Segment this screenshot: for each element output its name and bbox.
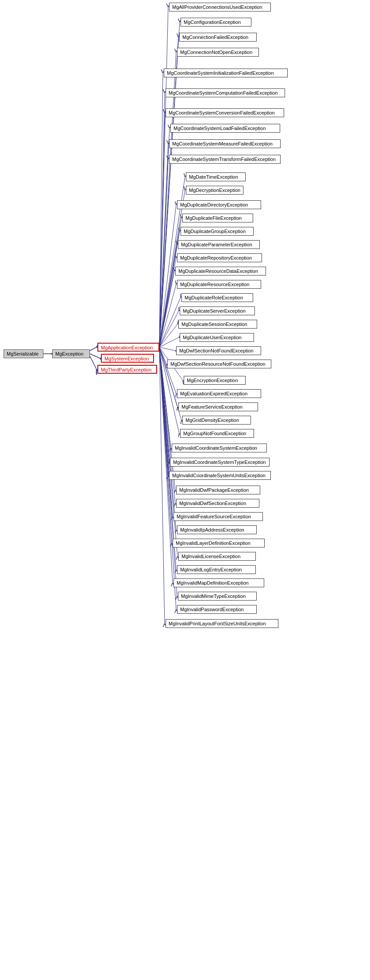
node-mgdwfsectionresourcenotfoundexception[interactable]: MgDwfSectionResourceNotFoundException: [167, 360, 271, 368]
svg-line-26: [159, 324, 177, 347]
node-mgdatetimeexception[interactable]: MgDateTimeException: [186, 172, 246, 181]
node-mgdwfsectionnotfoundexception[interactable]: MgDwfSectionNotFoundException: [176, 346, 261, 355]
node-mgserializable[interactable]: MgSerializable: [4, 349, 43, 358]
node-mgduplicateserverexception[interactable]: MgDuplicateServerException: [180, 306, 255, 315]
node-mginvalidprintlayoutfontsizeunitsexception[interactable]: MgInvalidPrintLayoutFontSizeUnitsExcepti…: [166, 619, 278, 628]
node-mginvalidcoordinatesystemtypeexception[interactable]: MgInvalidCoordinateSystemTypeException: [170, 458, 270, 467]
svg-line-28: [159, 347, 175, 351]
node-mgcoordinatesystemmeasurefailedexception[interactable]: MgCoordinateSystemMeasureFailedException: [169, 139, 281, 148]
svg-line-24: [159, 298, 181, 347]
node-mginvalidmimetypeexception[interactable]: MgInvalidMimeTypeException: [178, 592, 257, 601]
svg-line-2: [90, 347, 96, 351]
svg-line-32: [159, 347, 177, 407]
node-mgduplicateparameterexception[interactable]: MgDuplicateParameterException: [178, 240, 260, 249]
node-mginvalidlicenseexception[interactable]: MgInvalidLicenseException: [178, 552, 256, 561]
svg-line-22: [159, 271, 174, 347]
node-mgduplicateresourceexception[interactable]: MgDuplicateResourceException: [177, 280, 261, 289]
svg-line-13: [159, 144, 168, 347]
svg-line-12: [159, 128, 170, 347]
svg-line-20: [159, 245, 177, 347]
node-mgcoordinatesysteminitializationfailedexception[interactable]: MgCoordinateSystemInitializationFailedEx…: [164, 69, 288, 77]
node-mgduplicateuserexception[interactable]: MgDuplicateUserException: [180, 333, 254, 342]
svg-line-23: [159, 284, 176, 347]
svg-line-37: [159, 347, 168, 475]
svg-line-21: [159, 258, 176, 347]
node-mgapplicationexception[interactable]: MgApplicationException: [97, 343, 159, 352]
svg-line-10: [159, 93, 165, 347]
svg-line-41: [159, 347, 176, 530]
svg-line-7: [159, 37, 178, 347]
svg-line-9: [159, 73, 163, 347]
node-mggroupnotfoundexception[interactable]: MgGroupNotFoundException: [180, 429, 254, 438]
node-mginvalidipaddressexception[interactable]: MgInvalidIpAddressException: [177, 525, 257, 534]
node-mginvalidlogentryexception[interactable]: MgInvalidLogEntryException: [177, 565, 256, 574]
node-mgthirdpartyexception[interactable]: MgThirdPartyException: [97, 365, 157, 374]
node-mgencryptionexception[interactable]: MgEncryptionException: [184, 376, 246, 385]
node-mgduplicategroupexception[interactable]: MgDuplicateGroupException: [181, 227, 254, 236]
diagram-container: MgSerializable MgException MgApplication…: [0, 0, 370, 980]
node-mginvaliddwfpackageexception[interactable]: MgInvalidDwfPackageException: [176, 486, 260, 494]
node-mgcoordinatesystemconversionfailedexception[interactable]: MgCoordinateSystemConversionFailedExcept…: [166, 108, 284, 117]
svg-line-39: [159, 347, 175, 503]
node-mgcoordinatesystemcomputationfailedexception[interactable]: MgCoordinateSystemComputationFailedExcep…: [166, 88, 285, 97]
svg-line-5: [159, 7, 168, 347]
node-mginvalidpasswordexception[interactable]: MgInvalidPasswordException: [177, 605, 257, 614]
node-mginvaliddwfsectionexception[interactable]: MgInvalidDwfSectionException: [176, 499, 259, 508]
svg-line-48: [159, 347, 165, 624]
node-mgexception[interactable]: MgException: [52, 349, 90, 358]
svg-line-19: [159, 231, 180, 347]
node-mgcoordinatesystemtransformfailedexception[interactable]: MgCoordinateSystemTransformFailedExcepti…: [169, 155, 281, 164]
svg-line-4: [90, 356, 96, 369]
node-mgduplicateresourcedataexception[interactable]: MgDuplicateResourceDataException: [175, 267, 266, 276]
node-mginvalidcoordinatesystemexception[interactable]: MgInvalidCoordinateSystemException: [172, 444, 267, 452]
node-mgduplicatefileexception[interactable]: MgDuplicateFileException: [182, 214, 253, 222]
node-mgconnectionfailedexception[interactable]: MgConnectionFailedException: [179, 33, 257, 42]
node-mgduplicatedirectoryexception[interactable]: MgDuplicateDirectoryException: [177, 200, 261, 209]
node-mgcoordinatesystemloadfailedexception[interactable]: MgCoordinateSystemLoadFailedException: [170, 124, 280, 133]
node-mggriddensityexception[interactable]: MgGridDensityException: [182, 416, 251, 425]
svg-line-17: [159, 205, 176, 347]
svg-line-3: [90, 354, 100, 358]
node-mginvalidmapdefinitionexception[interactable]: MgInvalidMapDefinitionException: [173, 578, 264, 587]
svg-line-25: [159, 311, 179, 347]
node-mgdecryptionexception[interactable]: MgDecryptionException: [186, 186, 243, 195]
node-mginvalidlayerdefinitionexception[interactable]: MgInvalidLayerDefinitionException: [173, 539, 265, 547]
node-mginvalidcoordinatesystemunitsexception[interactable]: MgInvalidCoordinateSystemUnitsException: [169, 471, 271, 480]
node-mgconnectionnotopenexception[interactable]: MgConnectionNotOpenException: [177, 48, 259, 57]
node-mgduplicateroleexception[interactable]: MgDuplicateRoleException: [181, 293, 253, 302]
node-mgevaluationexpiredexception[interactable]: MgEvaluationExpiredException: [177, 389, 261, 398]
svg-line-42: [159, 347, 172, 543]
svg-line-38: [159, 347, 175, 490]
svg-line-29: [159, 347, 166, 364]
svg-line-31: [159, 347, 176, 394]
node-mgduplicatesessionexception[interactable]: MgDuplicateSessionException: [178, 320, 257, 329]
svg-line-40: [159, 347, 173, 517]
svg-line-27: [159, 337, 179, 347]
node-mgsystemexception[interactable]: MgSystemException: [101, 354, 154, 363]
node-mgfeatureserviceexception[interactable]: MgFeatureServiceException: [178, 402, 258, 411]
node-mgconfigurationexception[interactable]: MgConfigurationException: [181, 18, 251, 27]
node-mgallproviderconnectionsusedexception[interactable]: MgAllProviderConnectionsUsedException: [169, 3, 271, 11]
node-mgduplicaterepositoryexception[interactable]: MgDuplicateRepositoryException: [177, 253, 262, 262]
node-mginvalidfeaturesourceexception[interactable]: MgInvalidFeatureSourceException: [173, 512, 263, 521]
svg-line-11: [159, 113, 165, 347]
svg-line-14: [159, 159, 168, 347]
